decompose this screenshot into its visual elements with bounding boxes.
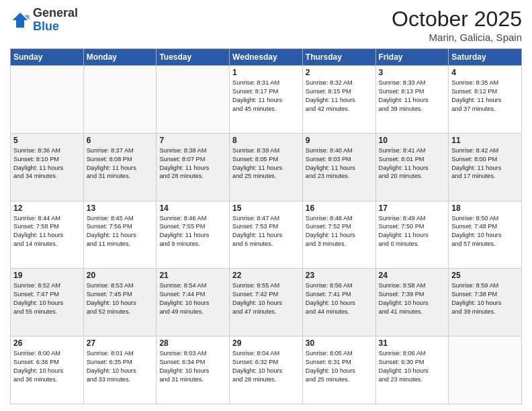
day-info: Sunrise: 8:47 AMSunset: 7:53 PMDaylight:… (232, 214, 300, 249)
day-header-thursday: Thursday (302, 49, 375, 66)
day-number: 26 (13, 338, 81, 348)
calendar-cell: 9Sunrise: 8:40 AMSunset: 8:03 PMDaylight… (302, 133, 375, 201)
calendar-cell: 26Sunrise: 8:00 AMSunset: 6:36 PMDayligh… (11, 336, 84, 404)
day-header-sunday: Sunday (11, 49, 84, 66)
calendar-cell: 24Sunrise: 8:58 AMSunset: 7:39 PMDayligh… (375, 269, 449, 336)
day-info: Sunrise: 8:44 AMSunset: 7:58 PMDaylight:… (13, 214, 81, 249)
calendar-cell: 14Sunrise: 8:46 AMSunset: 7:55 PMDayligh… (157, 201, 230, 269)
logo-general: General (33, 7, 78, 20)
day-number: 5 (13, 136, 81, 145)
day-info: Sunrise: 8:54 AMSunset: 7:44 PMDaylight:… (159, 281, 226, 316)
day-number: 6 (87, 136, 154, 145)
day-number: 3 (379, 68, 446, 77)
day-info: Sunrise: 8:38 AMSunset: 8:07 PMDaylight:… (159, 146, 226, 181)
day-info: Sunrise: 8:45 AMSunset: 7:56 PMDaylight:… (87, 214, 154, 249)
calendar-cell: 2Sunrise: 8:32 AMSunset: 8:15 PMDaylight… (302, 66, 375, 134)
location: Marin, Galicia, Spain (392, 32, 522, 43)
day-info: Sunrise: 8:37 AMSunset: 8:08 PMDaylight:… (87, 146, 154, 181)
calendar-cell: 8Sunrise: 8:39 AMSunset: 8:05 PMDaylight… (230, 133, 303, 201)
svg-marker-0 (13, 13, 28, 28)
logo: General Blue (10, 7, 78, 34)
calendar-cell: 15Sunrise: 8:47 AMSunset: 7:53 PMDayligh… (230, 201, 303, 269)
calendar-cell: 1Sunrise: 8:31 AMSunset: 8:17 PMDaylight… (230, 66, 303, 134)
day-number: 7 (159, 136, 226, 145)
calendar-cell: 19Sunrise: 8:52 AMSunset: 7:47 PMDayligh… (11, 269, 84, 336)
day-header-friday: Friday (375, 49, 449, 66)
calendar-cell: 6Sunrise: 8:37 AMSunset: 8:08 PMDaylight… (83, 133, 157, 201)
day-number: 29 (232, 338, 300, 348)
day-header-monday: Monday (83, 49, 157, 66)
day-number: 13 (87, 203, 154, 213)
calendar-cell (11, 66, 84, 134)
calendar-cell: 17Sunrise: 8:49 AMSunset: 7:50 PMDayligh… (375, 201, 449, 269)
calendar-cell: 7Sunrise: 8:38 AMSunset: 8:07 PMDaylight… (157, 133, 230, 201)
calendar-body: 1Sunrise: 8:31 AMSunset: 8:17 PMDaylight… (11, 66, 522, 404)
day-info: Sunrise: 8:49 AMSunset: 7:50 PMDaylight:… (379, 214, 446, 249)
day-header-tuesday: Tuesday (157, 49, 230, 66)
calendar-header-row: SundayMondayTuesdayWednesdayThursdayFrid… (11, 49, 522, 66)
day-number: 21 (159, 271, 226, 280)
day-info: Sunrise: 8:33 AMSunset: 8:13 PMDaylight:… (379, 79, 446, 113)
day-info: Sunrise: 8:03 AMSunset: 6:34 PMDaylight:… (159, 349, 226, 384)
day-number: 31 (379, 338, 446, 348)
day-header-wednesday: Wednesday (230, 49, 303, 66)
day-number: 11 (451, 136, 519, 145)
day-number: 10 (379, 136, 446, 145)
calendar-cell (449, 336, 522, 404)
day-info: Sunrise: 8:41 AMSunset: 8:01 PMDaylight:… (379, 146, 446, 181)
day-number: 16 (306, 203, 373, 213)
day-info: Sunrise: 8:48 AMSunset: 7:52 PMDaylight:… (306, 214, 373, 249)
calendar-week-3: 12Sunrise: 8:44 AMSunset: 7:58 PMDayligh… (11, 201, 522, 269)
day-info: Sunrise: 8:39 AMSunset: 8:05 PMDaylight:… (232, 146, 300, 181)
day-number: 27 (87, 338, 154, 348)
calendar-cell (157, 66, 230, 134)
calendar-cell: 5Sunrise: 8:36 AMSunset: 8:10 PMDaylight… (11, 133, 84, 201)
header: General Blue October 2025 Marin, Galicia… (10, 7, 522, 43)
day-number: 28 (159, 338, 226, 348)
day-info: Sunrise: 8:56 AMSunset: 7:41 PMDaylight:… (306, 281, 373, 316)
page: General Blue October 2025 Marin, Galicia… (0, 0, 532, 411)
logo-icon (10, 10, 30, 30)
calendar-cell: 13Sunrise: 8:45 AMSunset: 7:56 PMDayligh… (83, 201, 157, 269)
calendar-cell: 3Sunrise: 8:33 AMSunset: 8:13 PMDaylight… (375, 66, 449, 134)
day-info: Sunrise: 8:42 AMSunset: 8:00 PMDaylight:… (451, 146, 519, 181)
calendar-cell: 12Sunrise: 8:44 AMSunset: 7:58 PMDayligh… (11, 201, 84, 269)
day-info: Sunrise: 8:40 AMSunset: 8:03 PMDaylight:… (306, 146, 373, 181)
calendar-cell: 20Sunrise: 8:53 AMSunset: 7:45 PMDayligh… (83, 269, 157, 336)
calendar-cell: 27Sunrise: 8:01 AMSunset: 6:35 PMDayligh… (83, 336, 157, 404)
calendar-cell: 28Sunrise: 8:03 AMSunset: 6:34 PMDayligh… (157, 336, 230, 404)
day-number: 12 (13, 203, 81, 213)
calendar-week-1: 1Sunrise: 8:31 AMSunset: 8:17 PMDaylight… (11, 66, 522, 134)
day-info: Sunrise: 8:55 AMSunset: 7:42 PMDaylight:… (232, 281, 300, 316)
day-info: Sunrise: 8:59 AMSunset: 7:38 PMDaylight:… (451, 281, 519, 316)
day-info: Sunrise: 8:46 AMSunset: 7:55 PMDaylight:… (159, 214, 226, 249)
calendar-cell: 18Sunrise: 8:50 AMSunset: 7:48 PMDayligh… (449, 201, 522, 269)
day-number: 18 (451, 203, 519, 213)
title-block: October 2025 Marin, Galicia, Spain (392, 7, 522, 43)
calendar-cell: 29Sunrise: 8:04 AMSunset: 6:32 PMDayligh… (230, 336, 303, 404)
day-info: Sunrise: 8:50 AMSunset: 7:48 PMDaylight:… (451, 214, 519, 249)
month-title: October 2025 (392, 7, 522, 32)
day-number: 2 (306, 68, 373, 77)
calendar-cell: 21Sunrise: 8:54 AMSunset: 7:44 PMDayligh… (157, 269, 230, 336)
calendar-week-2: 5Sunrise: 8:36 AMSunset: 8:10 PMDaylight… (11, 133, 522, 201)
calendar-cell: 11Sunrise: 8:42 AMSunset: 8:00 PMDayligh… (449, 133, 522, 201)
day-number: 19 (13, 271, 81, 280)
calendar-table: SundayMondayTuesdayWednesdayThursdayFrid… (10, 48, 522, 404)
calendar-cell: 31Sunrise: 8:06 AMSunset: 6:30 PMDayligh… (375, 336, 449, 404)
day-info: Sunrise: 8:58 AMSunset: 7:39 PMDaylight:… (379, 281, 446, 316)
calendar-cell: 16Sunrise: 8:48 AMSunset: 7:52 PMDayligh… (302, 201, 375, 269)
day-info: Sunrise: 8:06 AMSunset: 6:30 PMDaylight:… (379, 349, 446, 384)
calendar-cell: 10Sunrise: 8:41 AMSunset: 8:01 PMDayligh… (375, 133, 449, 201)
calendar-cell: 25Sunrise: 8:59 AMSunset: 7:38 PMDayligh… (449, 269, 522, 336)
logo-text: General Blue (33, 7, 78, 34)
day-number: 30 (306, 338, 373, 348)
day-info: Sunrise: 8:32 AMSunset: 8:15 PMDaylight:… (306, 79, 373, 113)
day-number: 24 (379, 271, 446, 280)
day-info: Sunrise: 8:00 AMSunset: 6:36 PMDaylight:… (13, 349, 81, 384)
calendar-cell (83, 66, 157, 134)
day-number: 25 (451, 271, 519, 280)
day-number: 20 (87, 271, 154, 280)
day-info: Sunrise: 8:31 AMSunset: 8:17 PMDaylight:… (232, 79, 300, 113)
day-info: Sunrise: 8:53 AMSunset: 7:45 PMDaylight:… (87, 281, 154, 316)
